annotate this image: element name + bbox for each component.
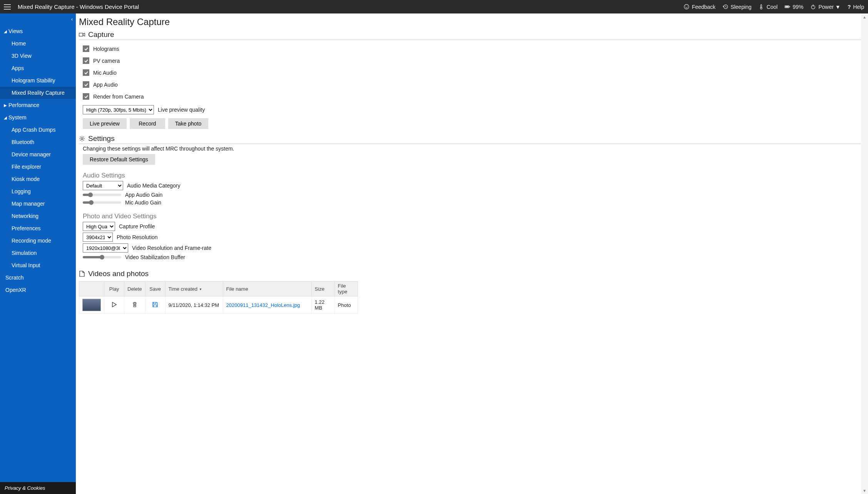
nav-item-mixed-reality-capture[interactable]: Mixed Reality Capture — [0, 87, 76, 99]
nav-group-label: System — [8, 114, 27, 121]
vertical-scrollbar[interactable]: ▲ ▼ — [861, 13, 868, 494]
save-icon — [152, 302, 158, 307]
svg-point-1 — [686, 6, 686, 7]
page-title: Mixed Reality Capture — [79, 17, 863, 27]
photo-resolution-select[interactable]: 3904x2196 — [83, 233, 113, 242]
video-resolution-label: Video Resolution and Frame-rate — [132, 245, 211, 251]
checkmark-icon — [84, 94, 89, 99]
record-button[interactable]: Record — [130, 118, 165, 129]
checkbox-holograms[interactable] — [83, 45, 89, 52]
power-label: Power ▼ — [818, 4, 840, 10]
settings-section-header: Settings — [79, 134, 863, 144]
capture-section-header: Capture — [79, 30, 863, 40]
thumbnail[interactable] — [82, 299, 101, 311]
svg-rect-11 — [79, 33, 83, 36]
capture-heading-label: Capture — [88, 30, 114, 39]
live-preview-button[interactable]: Live preview — [83, 118, 127, 129]
nav-item-preferences[interactable]: Preferences — [0, 222, 76, 234]
nav-item-device-manager[interactable]: Device manager — [0, 148, 76, 161]
trash-icon — [132, 302, 137, 307]
sleeping-indicator[interactable]: Sleeping — [722, 4, 752, 10]
battery-indicator[interactable]: 99% — [784, 4, 803, 10]
col-file-name[interactable]: File name — [223, 281, 311, 296]
checkbox-label: PV camera — [93, 58, 120, 64]
quality-select[interactable]: High (720p, 30fps, 5 Mbits) — [83, 105, 154, 114]
nav-item-app-crash-dumps[interactable]: App Crash Dumps — [0, 124, 76, 136]
capture-profile-select[interactable]: High Quality — [83, 222, 115, 231]
take-photo-button[interactable]: Take photo — [168, 118, 209, 129]
checkbox-pv-camera[interactable] — [83, 57, 89, 64]
col-play[interactable]: Play — [104, 281, 124, 296]
topbar: Mixed Reality Capture - Windows Device P… — [0, 0, 868, 13]
svg-point-0 — [684, 4, 689, 9]
nav-item-bluetooth[interactable]: Bluetooth — [0, 136, 76, 148]
play-button[interactable] — [104, 296, 124, 314]
nav-group-label: Views — [8, 28, 23, 34]
svg-rect-4 — [761, 5, 762, 8]
battery-label: 99% — [793, 4, 803, 10]
audio-category-label: Audio Media Category — [127, 183, 181, 189]
nav-item-hologram-stability[interactable]: Hologram Stability — [0, 74, 76, 87]
content-area: ▲ ▼ Mixed Reality Capture Capture Hologr… — [76, 13, 868, 494]
checkbox-mic-audio[interactable] — [83, 69, 89, 76]
nav-group-performance[interactable]: ▶Performance — [0, 99, 76, 111]
audio-category-select[interactable]: Default — [83, 181, 123, 190]
col-delete[interactable]: Delete — [124, 281, 146, 296]
file-link[interactable]: 20200911_131432_HoloLens.jpg — [226, 302, 300, 308]
delete-button[interactable] — [124, 296, 146, 314]
privacy-link[interactable]: Privacy & Cookies — [0, 482, 76, 494]
cell-size: 1.22 MB — [311, 296, 334, 314]
nav-item-virtual-input[interactable]: Virtual Input — [0, 259, 76, 271]
play-icon — [112, 302, 117, 307]
col-size[interactable]: Size — [311, 281, 334, 296]
temp-indicator[interactable]: Cool — [758, 4, 778, 10]
video-stabilization-label: Video Stabilization Buffer — [125, 254, 185, 260]
nav-item-logging[interactable]: Logging — [0, 185, 76, 198]
power-button[interactable]: Power ▼ — [810, 4, 840, 10]
svg-rect-8 — [789, 6, 790, 7]
camera-icon — [79, 32, 85, 38]
collapse-sidebar-icon[interactable]: ‹ — [71, 17, 73, 22]
nav-group-views[interactable]: ◢Views — [0, 25, 76, 37]
video-stabilization-slider[interactable] — [83, 256, 121, 258]
nav-item-scratch[interactable]: Scratch — [0, 271, 76, 284]
col-file-type[interactable]: File type — [334, 281, 358, 296]
media-table: Play Delete Save Time created▼ File name… — [79, 281, 358, 314]
capture-profile-label: Capture Profile — [119, 223, 155, 229]
scroll-down-icon[interactable]: ▼ — [861, 487, 868, 494]
nav-group-system[interactable]: ◢System — [0, 111, 76, 124]
col-save[interactable]: Save — [145, 281, 165, 296]
svg-point-2 — [687, 6, 688, 7]
nav-item-home[interactable]: Home — [0, 37, 76, 50]
nav-item-networking[interactable]: Networking — [0, 210, 76, 222]
nav-item-openxr[interactable]: OpenXR — [0, 284, 76, 296]
hamburger-menu-icon[interactable] — [4, 4, 11, 10]
scroll-up-icon[interactable]: ▲ — [861, 13, 868, 20]
thermometer-icon — [758, 4, 764, 10]
feedback-button[interactable]: Feedback — [684, 4, 715, 10]
nav-item-map-manager[interactable]: Map manager — [0, 198, 76, 210]
nav-item-recording-mode[interactable]: Recording mode — [0, 234, 76, 247]
video-resolution-select[interactable]: 1920x1080@30fps — [83, 243, 128, 253]
help-button[interactable]: ? Help — [848, 4, 864, 10]
app-title: Mixed Reality Capture - Windows Device P… — [18, 3, 139, 10]
nav-item-kiosk-mode[interactable]: Kiosk mode — [0, 173, 76, 185]
app-audio-gain-slider[interactable] — [83, 194, 121, 196]
checkbox-app-audio[interactable] — [83, 81, 89, 88]
save-button[interactable] — [145, 296, 165, 314]
smiley-icon — [684, 4, 689, 10]
power-icon — [810, 4, 816, 10]
checkmark-icon — [84, 59, 89, 63]
checkmark-icon — [84, 47, 89, 51]
nav-item-3d-view[interactable]: 3D View — [0, 50, 76, 62]
mic-audio-gain-slider[interactable] — [83, 201, 121, 204]
photo-video-settings-header: Photo and Video Settings — [83, 213, 863, 220]
checkbox-render-from-camera[interactable] — [83, 93, 89, 100]
nav-item-file-explorer[interactable]: File explorer — [0, 161, 76, 173]
videos-heading-label: Videos and photos — [88, 270, 149, 278]
nav-item-simulation[interactable]: Simulation — [0, 247, 76, 259]
restore-defaults-button[interactable]: Restore Default Settings — [83, 154, 155, 165]
nav-item-apps[interactable]: Apps — [0, 62, 76, 74]
checkbox-label: Render from Camera — [93, 94, 144, 100]
col-time-created[interactable]: Time created▼ — [165, 281, 223, 296]
